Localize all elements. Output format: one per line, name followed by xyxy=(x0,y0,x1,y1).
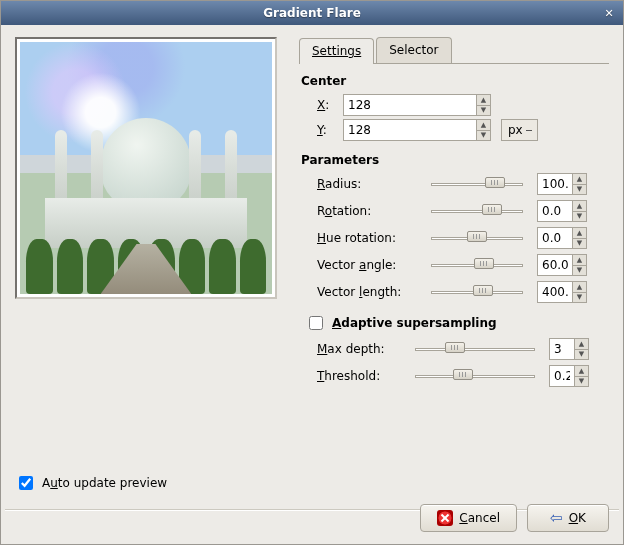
center-x-label: X: xyxy=(317,98,337,112)
auto-update-checkbox[interactable] xyxy=(19,476,33,490)
window-title: Gradient Flare xyxy=(263,6,361,20)
auto-update-label: Auto update preview xyxy=(42,476,167,490)
cancel-label: Cancel xyxy=(459,511,500,525)
chevron-up-icon[interactable]: ▲ xyxy=(572,228,586,239)
supersampling-checkbox[interactable] xyxy=(309,316,323,330)
vlength-row: Vector length: ▲▼ xyxy=(317,281,609,303)
chevron-down-icon[interactable]: ▼ xyxy=(476,131,490,141)
center-y-input[interactable] xyxy=(343,119,491,141)
chevron-up-icon[interactable]: ▲ xyxy=(572,201,586,212)
chevron-up-icon[interactable]: ▲ xyxy=(572,282,586,293)
tab-settings-label: Settings xyxy=(312,44,361,58)
chevron-down-icon[interactable]: ▼ xyxy=(572,239,586,249)
gradient-flare-dialog: Gradient Flare ✕ Auto update preview Set xyxy=(0,0,624,545)
rotation-slider[interactable] xyxy=(431,208,523,214)
ok-icon: ⇦ xyxy=(550,511,563,526)
titlebar[interactable]: Gradient Flare ✕ xyxy=(1,1,623,25)
chevron-down-icon[interactable]: ▼ xyxy=(476,106,490,116)
rotation-stepper[interactable]: ▲▼ xyxy=(572,201,586,221)
unit-label: px xyxy=(508,123,523,137)
chevron-down-icon[interactable]: ▼ xyxy=(572,212,586,222)
tab-settings[interactable]: Settings xyxy=(299,38,374,64)
chevron-up-icon[interactable]: ▲ xyxy=(476,120,490,131)
radius-row: Radius: ▲▼ xyxy=(317,173,609,195)
cancel-button[interactable]: Cancel xyxy=(420,504,517,532)
threshold-stepper[interactable]: ▲▼ xyxy=(574,366,588,386)
chevron-up-icon[interactable]: ▲ xyxy=(476,95,490,106)
chevron-up-icon[interactable]: ▲ xyxy=(574,366,588,377)
center-x-input[interactable] xyxy=(343,94,491,116)
maxdepth-row: Max depth: ▲▼ xyxy=(317,338,609,360)
unit-select[interactable]: px xyxy=(501,119,538,141)
parameters-heading: Parameters xyxy=(301,153,609,167)
close-icon[interactable]: ✕ xyxy=(601,5,617,21)
vangle-label: Vector angle: xyxy=(317,258,417,272)
supersampling-label: Adaptive supersampling xyxy=(332,316,497,330)
center-y-row: Y: ▲▼ px xyxy=(317,119,609,141)
chevron-down-icon[interactable]: ▼ xyxy=(574,377,588,387)
rotation-row: Rotation: ▲▼ xyxy=(317,200,609,222)
tab-selector[interactable]: Selector xyxy=(376,37,451,63)
center-x-stepper[interactable]: ▲▼ xyxy=(476,95,490,115)
right-pane: Settings Selector Center X: ▲▼ Y: ▲▼ px … xyxy=(299,37,609,493)
hue-label: Hue rotation: xyxy=(317,231,417,245)
hue-row: Hue rotation: ▲▼ xyxy=(317,227,609,249)
vangle-slider[interactable] xyxy=(431,262,523,268)
tab-selector-label: Selector xyxy=(389,43,438,57)
dialog-buttons: Cancel ⇦ OK xyxy=(420,504,609,532)
dialog-content: Auto update preview Settings Selector Ce… xyxy=(1,25,623,501)
left-pane: Auto update preview xyxy=(15,37,281,493)
threshold-label: Threshold: xyxy=(317,369,401,383)
vangle-row: Vector angle: ▲▼ xyxy=(317,254,609,276)
threshold-slider[interactable] xyxy=(415,373,535,379)
chevron-up-icon[interactable]: ▲ xyxy=(574,339,588,350)
chevron-down-icon[interactable]: ▼ xyxy=(572,266,586,276)
chevron-up-icon[interactable]: ▲ xyxy=(572,174,586,185)
maxdepth-label: Max depth: xyxy=(317,342,401,356)
parameters-group: Radius: ▲▼ Rotation: ▲▼ Hue rotation: ▲▼… xyxy=(299,173,609,303)
center-y-spin: ▲▼ xyxy=(343,119,491,141)
maxdepth-slider[interactable] xyxy=(415,346,535,352)
vangle-stepper[interactable]: ▲▼ xyxy=(572,255,586,275)
hue-stepper[interactable]: ▲▼ xyxy=(572,228,586,248)
center-x-spin: ▲▼ xyxy=(343,94,491,116)
radius-stepper[interactable]: ▲▼ xyxy=(572,174,586,194)
supersampling-row: Adaptive supersampling xyxy=(305,313,609,333)
chevron-down-icon[interactable]: ▼ xyxy=(572,185,586,195)
radius-label: Radius: xyxy=(317,177,417,191)
center-x-row: X: ▲▼ xyxy=(317,94,609,116)
vlength-label: Vector length: xyxy=(317,285,417,299)
chevron-down-icon[interactable]: ▼ xyxy=(574,350,588,360)
center-heading: Center xyxy=(301,74,609,88)
hue-slider[interactable] xyxy=(431,235,523,241)
ok-label: OK xyxy=(569,511,586,525)
maxdepth-stepper[interactable]: ▲▼ xyxy=(574,339,588,359)
rotation-label: Rotation: xyxy=(317,204,417,218)
preview-image[interactable] xyxy=(20,42,272,294)
cancel-icon xyxy=(437,510,453,526)
chevron-down-icon[interactable]: ▼ xyxy=(572,293,586,303)
center-y-stepper[interactable]: ▲▼ xyxy=(476,120,490,140)
auto-update-row: Auto update preview xyxy=(15,473,281,493)
radius-slider[interactable] xyxy=(431,181,523,187)
ok-button[interactable]: ⇦ OK xyxy=(527,504,609,532)
preview-frame xyxy=(15,37,277,299)
supersampling-group: Max depth: ▲▼ Threshold: ▲▼ xyxy=(299,338,609,387)
center-y-label: Y: xyxy=(317,123,337,137)
vlength-slider[interactable] xyxy=(431,289,523,295)
tabs: Settings Selector xyxy=(299,37,609,64)
threshold-row: Threshold: ▲▼ xyxy=(317,365,609,387)
chevron-up-icon[interactable]: ▲ xyxy=(572,255,586,266)
vlength-stepper[interactable]: ▲▼ xyxy=(572,282,586,302)
